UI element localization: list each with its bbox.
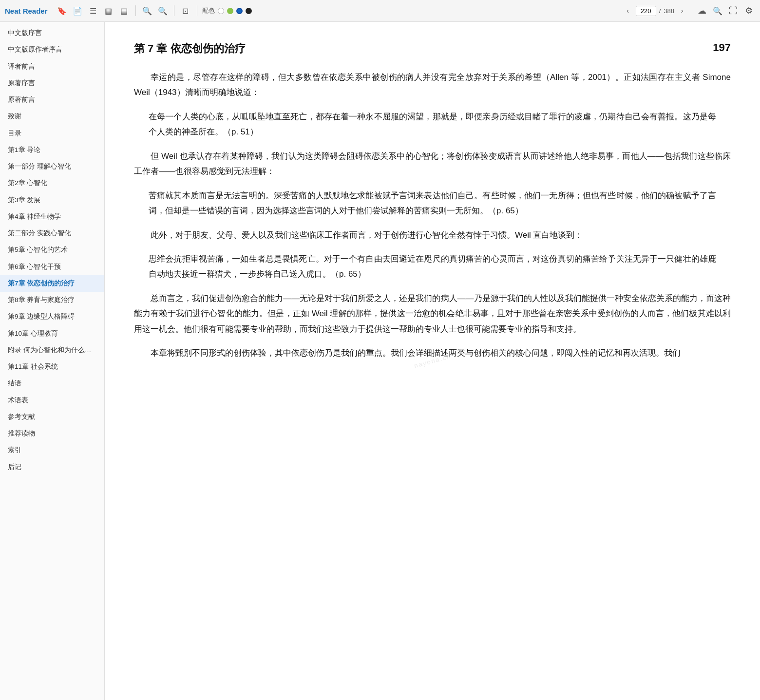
item-yuanzhe-qianyan[interactable]: 原著前言	[0, 92, 104, 108]
item-terms[interactable]: 术语表	[0, 392, 104, 409]
color-white[interactable]	[218, 8, 224, 14]
fullscreen-icon[interactable]: ⛶	[727, 4, 740, 17]
separator-2	[174, 5, 174, 16]
item-ch4[interactable]: 第4章 神经生物学	[0, 208, 104, 225]
item-ch2[interactable]: 第2章 心智化	[0, 175, 104, 191]
item-postscript[interactable]: 后记	[0, 459, 104, 475]
fit-icon[interactable]: ⊡	[179, 4, 192, 17]
item-ch7[interactable]: 第7章 依恋创伤的治疗	[0, 275, 104, 292]
item-yuanzhu-xuyan[interactable]: 原著序言	[0, 75, 104, 92]
item-mulu[interactable]: 目录	[0, 125, 104, 142]
paragraph-4: 此外，对于朋友、父母、爱人以及我们这些临床工作者而言，对于创伤进行心智化全然有悖…	[134, 227, 731, 243]
item-ch9[interactable]: 第9章 边缘型人格障碍	[0, 308, 104, 325]
paragraphs-container: 幸运的是，尽管存在这样的障碍，但大多数曾在依恋关系中被创伤的病人并没有完全放弃对…	[134, 70, 731, 361]
item-part2[interactable]: 第二部分 实践心智化	[0, 225, 104, 242]
cloud-icon[interactable]: ☁	[696, 4, 708, 17]
item-ch1[interactable]: 第1章 导论	[0, 142, 104, 158]
separator-1	[135, 5, 136, 16]
paragraph-6: 总而言之，我们促进创伤愈合的能力——无论是对于我们所爱之人，还是我们的病人——乃…	[134, 291, 731, 337]
color-label: 配色	[202, 6, 215, 15]
item-references[interactable]: 参考文献	[0, 409, 104, 425]
paragraph-0: 幸运的是，尽管存在这样的障碍，但大多数曾在依恋关系中被创伤的病人并没有完全放弃对…	[134, 70, 731, 100]
color-blue-active[interactable]	[236, 8, 243, 14]
page-number: 197	[713, 41, 731, 54]
chapter-title: 第 7 章 依恋创伤的治疗	[134, 41, 246, 56]
grid-icon[interactable]: ▦	[102, 4, 115, 17]
settings-icon[interactable]: ⚙	[742, 4, 755, 17]
item-ch3[interactable]: 第3章 发展	[0, 192, 104, 208]
color-green[interactable]	[227, 8, 233, 14]
paragraph-2: 但 Weil 也承认存在着某种障碍，我们认为这类障碍会阻碍依恋关系中的心智化；将…	[134, 149, 731, 179]
item-ch8[interactable]: 第8章 养育与家庭治疗	[0, 292, 104, 308]
paragraph-1: 在每一个人类的心底，从呱呱坠地直至死亡，都存在着一种永不屈服的渴望，那就是，即便…	[149, 109, 716, 140]
item-index[interactable]: 索引	[0, 442, 104, 458]
page-input[interactable]	[636, 6, 656, 16]
search2-icon[interactable]: 🔍	[156, 4, 169, 17]
color-dark[interactable]	[246, 8, 252, 14]
item-zhongwen-xuyan[interactable]: 中文版序言	[0, 25, 104, 41]
item-conclusion[interactable]: 结语	[0, 375, 104, 392]
search-right-icon[interactable]: 🔍	[711, 4, 724, 17]
main-area: 中文版序言中文版原作者序言译者前言原著序言原著前言致谢目录第1章 导论第一部分 …	[0, 22, 760, 700]
reader-content: nayona.cn 第 7 章 依恋创伤的治疗 197 幸运的是，尽管存在这样的…	[105, 22, 760, 700]
page-separator: /	[659, 7, 661, 15]
prev-page-button[interactable]: ‹	[622, 5, 634, 17]
toolbar: Neat Reader 🔖 📄 ☰ ▦ ▤ 🔍 🔍 ⊡ 配色 ‹ / 388 ›…	[0, 0, 760, 22]
page-total: 388	[664, 7, 674, 15]
app-title: Neat Reader	[5, 7, 48, 15]
right-toolbar: ☁ 🔍 ⛶ ⚙	[696, 4, 755, 17]
item-recommended[interactable]: 推荐读物	[0, 425, 104, 442]
item-ch11[interactable]: 第11章 社会系统	[0, 359, 104, 375]
item-ch10[interactable]: 第10章 心理教育	[0, 325, 104, 342]
sidebar: 中文版序言中文版原作者序言译者前言原著序言原著前言致谢目录第1章 导论第一部分 …	[0, 22, 105, 700]
paragraph-7: 本章将甄别不同形式的创伤体验，其中依恋创伤乃是我们的重点。我们会详细描述两类与创…	[134, 345, 731, 360]
item-ch6[interactable]: 第6章 心智化干预	[0, 259, 104, 275]
separator-3	[197, 5, 197, 16]
file-icon[interactable]: 📄	[71, 4, 84, 17]
pagination-area: ‹ / 388 ›	[622, 5, 688, 17]
next-page-button[interactable]: ›	[676, 5, 688, 17]
item-yizhe-qianyan[interactable]: 译者前言	[0, 58, 104, 75]
item-ch5[interactable]: 第5章 心智化的艺术	[0, 242, 104, 258]
item-appendix[interactable]: 附录 何为心智化和为什么要做心智化？	[0, 342, 104, 359]
item-part1[interactable]: 第一部分 理解心智化	[0, 158, 104, 175]
bookmark-icon[interactable]: 🔖	[56, 4, 68, 17]
item-zhongwen-yuanzhu[interactable]: 中文版原作者序言	[0, 41, 104, 58]
paragraph-5: 思维会抗拒审视苦痛，一如生者总是畏惧死亡。对于一个有自由去回避近在咫尺的真切痛苦…	[149, 251, 716, 282]
paragraph-3: 苦痛就其本质而言是无法言明的。深受苦痛的人默默地乞求能被赋予言词来表达他们自己。…	[149, 188, 716, 219]
menu-icon[interactable]: ☰	[87, 4, 99, 17]
item-zhixie[interactable]: 致谢	[0, 108, 104, 125]
search-icon[interactable]: 🔍	[141, 4, 153, 17]
chapter-header: 第 7 章 依恋创伤的治疗 197	[134, 41, 731, 56]
layout-icon[interactable]: ▤	[118, 4, 131, 17]
